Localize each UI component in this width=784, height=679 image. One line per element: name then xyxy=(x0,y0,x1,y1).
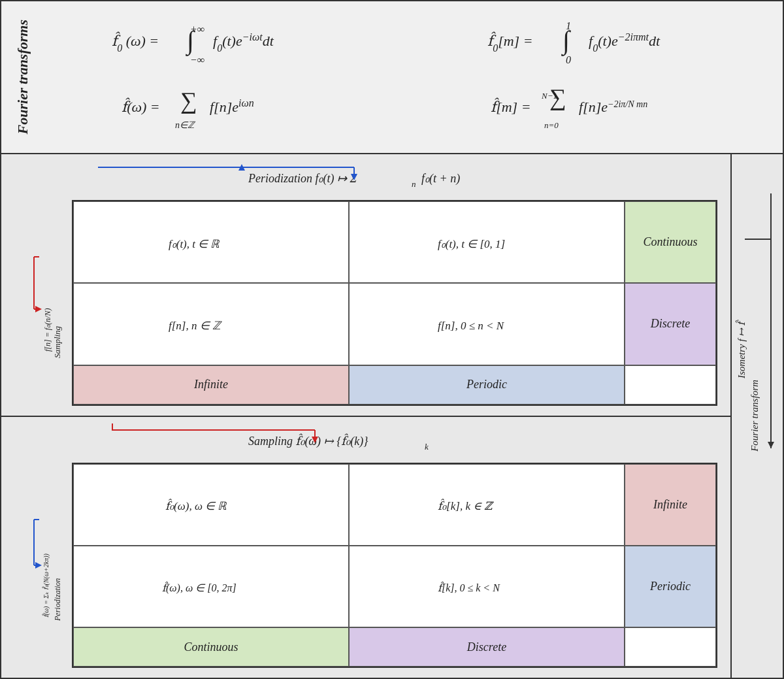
svg-text:f̂0[m] =: f̂0[m] = xyxy=(487,31,533,53)
cell-r1c1-mid: f₀(t), t ∈ ℝ xyxy=(73,201,349,283)
svg-text:N−1: N−1 xyxy=(541,91,557,101)
svg-text:∑: ∑ xyxy=(180,88,197,114)
cell-r2c2-bot: f̂[k], 0 ≤ k < N xyxy=(349,546,625,627)
cell-r3c1-bot: Continuous xyxy=(73,627,349,667)
svg-text:k: k xyxy=(425,442,429,452)
formula-4: f̂[m] = ∑ N−1 n=0 f[n]e−2iπ/N mn xyxy=(420,80,770,143)
main-container: Fourier transforms f̂0 (ω) = +∞ −∞ ∫ f0(… xyxy=(0,0,784,679)
right-label-area: Fourier transform Isometry f ↦ f̂ xyxy=(730,154,783,678)
cell-r1c2-bot: f̂₀[k], k ∈ ℤ xyxy=(349,464,625,546)
sections-wrapper: Periodization f₀(t) ↦ Σ n f₀(t + n) xyxy=(1,154,730,678)
middle-header: Periodization f₀(t) ↦ Σ n f₀(t + n) xyxy=(14,164,717,193)
svg-text:−∞: −∞ xyxy=(190,54,204,65)
svg-marker-29 xyxy=(35,306,42,312)
cell-r1c3-mid: Continuous xyxy=(625,201,716,283)
formulas-grid: f̂0 (ω) = +∞ −∞ ∫ f0(t)e−iωtdt f̂0[m] = … xyxy=(44,11,770,143)
bottom-body: Periodization f̂(ω) = Σₖ f̂₀(N(ω+2kπ)) xyxy=(14,463,717,669)
cell-r2c1-bot: f̂(ω), ω ∈ [0, 2π] xyxy=(73,546,349,627)
svg-text:f̂(ω) = Σₖ f̂₀(N(ω+2kπ)): f̂(ω) = Σₖ f̂₀(N(ω+2kπ)) xyxy=(42,553,50,618)
cell-r3c2-bot: Discrete xyxy=(349,627,625,667)
bottom-section: Sampling f̂₀(ω) ↦ {f̂₀(k)} k Periodizati… xyxy=(1,417,730,678)
cell-r1c1-bot: f̂₀(ω), ω ∈ ℝ xyxy=(73,464,349,546)
right-label: Fourier transform Isometry f ↦ f̂ xyxy=(732,154,783,678)
formula-2: f̂0[m] = 1 0 ∫ f0(t)e−2iπmtdt xyxy=(420,11,770,74)
top-section: Fourier transforms f̂0 (ω) = +∞ −∞ ∫ f0(… xyxy=(1,1,783,154)
fourier-label: Fourier transforms xyxy=(14,20,31,134)
svg-text:f[n]e−2iπ/N mn: f[n]e−2iπ/N mn xyxy=(579,99,647,115)
svg-text:f₀(t + n): f₀(t + n) xyxy=(421,172,460,186)
svg-text:f[n] = f₀(n/N): f[n] = f₀(n/N) xyxy=(43,308,52,352)
svg-text:f0(t)e−2iπmtdt: f0(t)e−2iπmtdt xyxy=(589,31,661,54)
svg-text:n: n xyxy=(412,179,416,189)
bottom-grid: f̂₀(ω), ω ∈ ℝ f̂₀[k], k ∈ ℤ Infinite f̂(… xyxy=(72,463,717,669)
svg-text:f₀(t), t ∈ [0, 1]: f₀(t), t ∈ [0, 1] xyxy=(438,238,505,250)
svg-text:Sampling: Sampling xyxy=(52,326,62,359)
svg-text:Fourier transform: Fourier transform xyxy=(749,380,760,452)
formula-3: f̂(ω) = ∑ n∈ℤ f[n]eiωn xyxy=(44,80,394,143)
cell-r3c3-mid xyxy=(625,365,716,405)
cell-r3c2-mid: Periodic xyxy=(349,365,625,405)
svg-text:f₀(t), t ∈ ℝ: f₀(t), t ∈ ℝ xyxy=(169,238,220,250)
middle-body: Sampling f[n] = f₀(n/N) f₀( xyxy=(14,200,717,406)
svg-text:f̂[m] =: f̂[m] = xyxy=(491,97,531,115)
svg-text:f̂₀(ω), ω ∈ ℝ: f̂₀(ω), ω ∈ ℝ xyxy=(165,499,227,512)
periodization-arrow-area: Periodization f̂(ω) = Σₖ f̂₀(N(ω+2kπ)) xyxy=(14,463,67,669)
svg-text:f̂(ω), ω ∈ [0, 2π]: f̂(ω), ω ∈ [0, 2π] xyxy=(162,582,237,594)
formula-1: f̂0 (ω) = +∞ −∞ ∫ f0(t)e−iωtdt xyxy=(44,11,394,74)
middle-section: Periodization f₀(t) ↦ Σ n f₀(t + n) xyxy=(1,154,730,417)
svg-text:f̂[k], 0 ≤ k < N: f̂[k], 0 ≤ k < N xyxy=(438,582,500,593)
cell-r3c1-mid: Infinite xyxy=(73,365,349,405)
svg-text:n=0: n=0 xyxy=(544,120,559,130)
svg-text:Isometry  f ↦ f̂: Isometry f ↦ f̂ xyxy=(735,320,747,379)
svg-text:f[n], 0 ≤ n < N: f[n], 0 ≤ n < N xyxy=(438,320,505,332)
svg-text:f[n]eiωn: f[n]eiωn xyxy=(210,97,254,116)
svg-text:f̂₀[k], k ∈ ℤ: f̂₀[k], k ∈ ℤ xyxy=(438,499,494,512)
cell-r3c3-bot xyxy=(625,627,716,667)
cell-r1c2-mid: f₀(t), t ∈ [0, 1] xyxy=(349,201,625,283)
sampling-arrow-area: Sampling f[n] = f₀(n/N) xyxy=(14,200,67,406)
cell-r2c2-mid: f[n], 0 ≤ n < N xyxy=(349,283,625,365)
svg-text:0: 0 xyxy=(566,54,571,65)
svg-text:Periodization  f₀(t) ↦ Σ: Periodization f₀(t) ↦ Σ xyxy=(248,172,357,186)
svg-text:Periodization: Periodization xyxy=(53,578,62,621)
svg-text:f̂(ω) =: f̂(ω) = xyxy=(122,97,160,115)
cell-r2c3-mid: Discrete xyxy=(625,283,716,365)
cell-r2c1-mid: f[n], n ∈ ℤ xyxy=(73,283,349,365)
svg-text:Sampling  f̂₀(ω) ↦ {f̂₀(k)}: Sampling f̂₀(ω) ↦ {f̂₀(k)} xyxy=(248,433,368,448)
cell-r2c3-bot: Periodic xyxy=(625,546,716,627)
svg-marker-45 xyxy=(35,562,42,569)
middle-grid: f₀(t), t ∈ ℝ f₀(t), t ∈ [0, 1] Continuou… xyxy=(72,200,717,406)
bottom-header: Sampling f̂₀(ω) ↦ {f̂₀(k)} k xyxy=(14,427,717,456)
svg-text:f[n], n ∈ ℤ: f[n], n ∈ ℤ xyxy=(169,320,222,332)
bottom-area: Periodization f₀(t) ↦ Σ n f₀(t + n) xyxy=(1,154,783,678)
svg-text:f0(t)e−iωtdt: f0(t)e−iωtdt xyxy=(213,31,274,54)
svg-text:n∈ℤ: n∈ℤ xyxy=(175,120,196,130)
svg-text:f̂0
            (ω) =: f̂0 (ω) = xyxy=(112,31,159,53)
svg-marker-52 xyxy=(768,442,774,448)
cell-r1c3-bot: Infinite xyxy=(625,464,716,546)
